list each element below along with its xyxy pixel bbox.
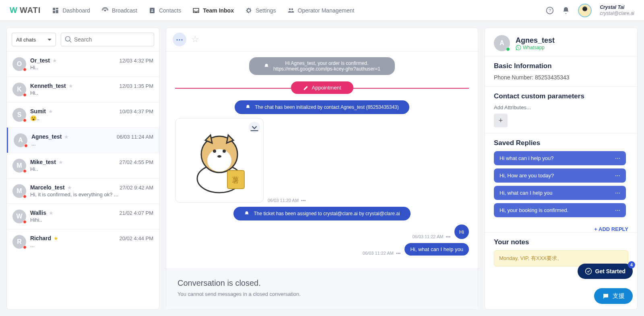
nav-dashboard[interactable]: Dashboard <box>52 7 90 14</box>
broadcast-icon <box>101 7 109 14</box>
section-title: Contact custom parameters <box>494 92 628 100</box>
star-icon[interactable]: ★ <box>67 185 72 191</box>
chat-time: 06/03 11:24 AM <box>117 134 153 140</box>
svg-text:薯: 薯 <box>232 176 239 184</box>
avatar[interactable] <box>578 4 592 17</box>
chat-avatar: K <box>12 83 26 96</box>
chat-list-item[interactable]: W Wallis ★ 21/02 4:07 PM Hihi.. <box>7 204 159 229</box>
star-icon[interactable]: ★ <box>68 83 73 89</box>
search-input[interactable] <box>72 33 151 46</box>
chat-time: 27/02 9:42 AM <box>120 185 153 191</box>
chat-filter-select[interactable]: All chats <box>12 33 56 46</box>
chat-preview: Hi.. <box>30 90 153 96</box>
more-icon[interactable]: ••• <box>446 234 450 239</box>
chat-list-item[interactable]: R Richard ★ 20/02 4:44 PM ... <box>7 229 159 254</box>
message-timestamp: 06/03 11:20 AM ••• <box>268 198 306 203</box>
chat-list-item[interactable]: S Sumit ★ 10/03 4:37 PM 😮.. <box>7 102 159 127</box>
phone-row: Phone Number: 85253435343 <box>494 74 628 81</box>
chat-list-item[interactable]: A Agnes_test ★ 06/03 11:24 AM ... <box>7 127 159 153</box>
download-button[interactable] <box>249 122 260 133</box>
online-status-icon <box>506 47 510 51</box>
chat-time: 12/03 4:32 PM <box>119 58 153 64</box>
chat-avatar: A <box>14 133 27 147</box>
nav-team-inbox[interactable]: Team Inbox <box>192 7 234 14</box>
notice-text: The ticket has been assigned to crystal@… <box>254 211 400 216</box>
chat-name: Sumit <box>30 108 46 114</box>
inbox-icon <box>192 7 200 14</box>
sticker-image: 薯 <box>187 126 252 195</box>
nav-broadcast[interactable]: Broadcast <box>101 7 137 14</box>
chat-name: Agnes_test <box>31 133 62 140</box>
chat-preview: ... <box>30 242 153 248</box>
chat-name: Marcelo_test <box>30 184 65 191</box>
get-started-button[interactable]: Get Started 4 <box>578 264 633 279</box>
chat-name: Or_test <box>30 57 50 64</box>
user-info: Crystal Tai crystal@clare.ai <box>600 4 634 16</box>
add-attribute-button[interactable]: + <box>494 114 508 127</box>
more-icon[interactable]: ••• <box>396 251 401 256</box>
section-title: Basic Information <box>494 62 628 70</box>
chat-time: 10/03 4:37 PM <box>119 108 153 114</box>
status-dot-icon <box>24 144 28 148</box>
saved-reply-item[interactable]: Hi, what can I help you⋯ <box>494 186 626 200</box>
saved-reply-item[interactable]: Hi, How are you today?⋯ <box>494 168 626 183</box>
chat-list-item[interactable]: M Mike_test ★ 27/02 4:55 PM Hi.. <box>7 153 159 178</box>
user-name: Crystal Tai <box>600 4 634 10</box>
outgoing-message: Hi, what can I help you <box>405 243 469 256</box>
appointment-button[interactable]: Appointment <box>291 81 353 94</box>
star-icon[interactable]: ★ <box>52 58 57 64</box>
more-icon[interactable]: ⋯ <box>615 173 620 179</box>
add-attributes-label: Add Attributes... <box>494 104 628 110</box>
nav-settings[interactable]: Settings <box>245 7 276 14</box>
svg-point-4 <box>291 8 293 10</box>
chevron-down-icon <box>47 39 52 41</box>
saved-reply-item[interactable]: Hi what can i help you?⋯ <box>494 151 626 165</box>
bell-icon[interactable] <box>562 6 570 15</box>
chat-list: O Or_test ★ 12/03 4:32 PM Hi.. K Kenneth… <box>7 51 159 309</box>
chat-preview: ... <box>31 141 153 147</box>
chat-time: 21/02 4:07 PM <box>119 210 153 216</box>
reply-text: Hi what can i help you? <box>500 155 553 161</box>
svg-point-13 <box>213 150 216 153</box>
more-icon[interactable]: ⋯ <box>615 190 620 196</box>
star-icon[interactable]: ★ <box>58 159 63 165</box>
saved-reply-item[interactable]: Hi, your booking is confirmed.⋯ <box>494 203 626 217</box>
svg-point-2 <box>151 9 153 10</box>
chat-time: 12/03 1:35 PM <box>119 83 153 89</box>
chat-list-item[interactable]: K Kenneth_test ★ 12/03 1:35 PM Hi.. <box>7 77 159 102</box>
nav-contacts[interactable]: Contacts <box>149 7 181 14</box>
svg-point-15 <box>217 155 221 158</box>
more-menu-button[interactable]: ⋯ <box>173 33 186 46</box>
star-button[interactable]: ☆ <box>191 34 199 45</box>
message-timestamp: 06/03 11:22 AM ••• <box>412 234 450 239</box>
status-dot-icon <box>23 220 27 224</box>
star-icon[interactable]: ★ <box>64 134 69 140</box>
more-icon[interactable]: ••• <box>301 198 306 203</box>
chat-avatar: M <box>12 159 26 173</box>
logo[interactable]: W WATI <box>10 6 41 15</box>
nav-label: Broadcast <box>112 7 137 14</box>
chat-avatar: S <box>12 108 26 122</box>
banner-line1: Hi Agnes_test, your order is confirmed. <box>273 60 380 66</box>
add-reply-button[interactable]: + ADD REPLY <box>485 223 637 232</box>
appointment-divider: Appointment <box>175 81 469 94</box>
more-icon[interactable]: ⋯ <box>615 207 620 213</box>
search-field[interactable] <box>61 33 154 46</box>
star-icon[interactable]: ★ <box>49 210 54 216</box>
help-icon[interactable]: ? <box>546 6 554 15</box>
appointment-label: Appointment <box>312 85 341 91</box>
closed-body: You cannot send messages in a closed con… <box>178 291 466 297</box>
more-icon[interactable]: ⋯ <box>615 155 620 161</box>
chat-avatar: W <box>12 210 26 223</box>
nav-operators[interactable]: Operator Management <box>287 7 355 14</box>
get-started-badge: 4 <box>628 261 635 268</box>
star-icon[interactable]: ★ <box>54 235 58 241</box>
chat-list-item[interactable]: O Or_test ★ 12/03 4:32 PM Hi.. <box>7 51 159 77</box>
svg-rect-9 <box>583 8 587 10</box>
user-email: crystal@clare.ai <box>600 10 634 16</box>
support-button[interactable]: 支援 <box>594 288 633 304</box>
chat-name: Richard <box>30 235 51 241</box>
star-icon[interactable]: ★ <box>48 108 53 114</box>
chat-list-item[interactable]: M Marcelo_test ★ 27/02 9:42 AM Hi, it is… <box>7 178 159 204</box>
contact-channel: Whatsapp <box>516 45 555 50</box>
